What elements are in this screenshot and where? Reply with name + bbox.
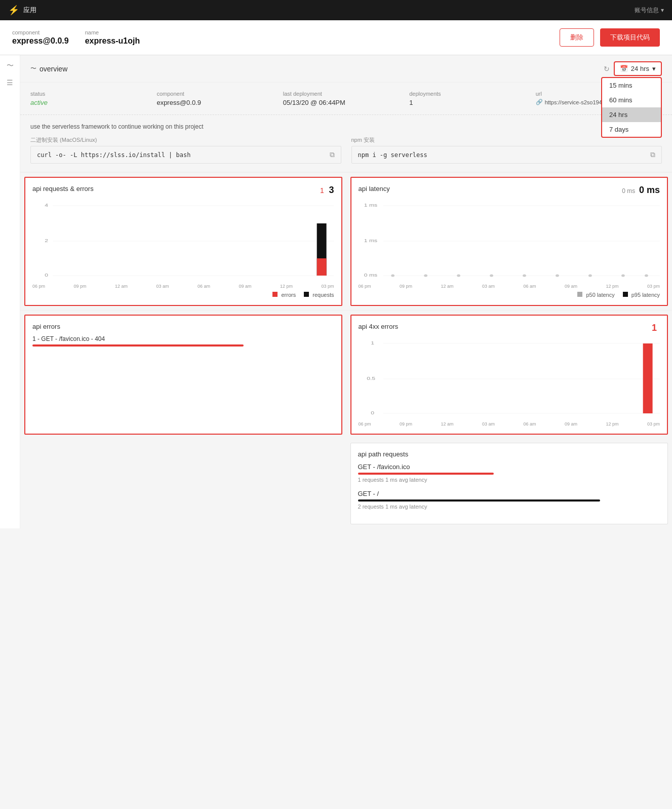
status-value: active bbox=[30, 99, 156, 106]
svg-text:1 ms: 1 ms bbox=[364, 203, 377, 208]
api-4xx-panel: api 4xx errors 1 1 0.5 0 bbox=[350, 315, 668, 435]
npm-install-cmd: npm i -g serverless ⧉ bbox=[351, 146, 662, 164]
time-dropdown-menu: 15 mins 60 mins 24 hrs 7 days bbox=[601, 77, 662, 138]
time-option-24hrs[interactable]: 24 hrs bbox=[602, 107, 661, 122]
api-latency-metric-main: 0 ms bbox=[639, 185, 660, 195]
npm-copy-icon[interactable]: ⧉ bbox=[650, 150, 655, 159]
svg-point-14 bbox=[391, 275, 394, 277]
svg-point-18 bbox=[523, 275, 526, 277]
svg-point-16 bbox=[457, 275, 460, 277]
4xx-x-label-5: 09 am bbox=[565, 421, 577, 427]
api-path-list: GET - /favicon.ico 1 requests 1 ms avg l… bbox=[358, 463, 661, 510]
lat-x-label-3: 03 am bbox=[482, 284, 495, 289]
api-requests-panel: api requests & errors 1 3 4 2 0 bbox=[24, 177, 342, 306]
deployments-label: deployments bbox=[409, 91, 535, 97]
link-icon: 🔗 bbox=[536, 99, 543, 105]
overview-pulse-icon: 〜 bbox=[30, 64, 36, 73]
last-deployment-stat: last deployment 05/13/20 @ 06:44PM bbox=[283, 91, 409, 106]
api-path-title: api path requests bbox=[358, 450, 409, 458]
path-bar-1 bbox=[358, 499, 600, 502]
account-label: 账号信息 bbox=[635, 6, 659, 15]
api-latency-metric-prefix: 0 ms bbox=[622, 187, 635, 195]
binary-install-block: 二进制安装 (MacOS/Linux) curl -o- -L https://… bbox=[30, 136, 341, 164]
topbar-right: 账号信息 ▾ bbox=[635, 6, 664, 15]
component-stat: component express@0.0.9 bbox=[156, 91, 283, 106]
x-label-3: 03 am bbox=[156, 284, 169, 289]
download-button[interactable]: 下载项目代码 bbox=[600, 28, 660, 47]
svg-text:0: 0 bbox=[371, 410, 374, 415]
name-label: name bbox=[85, 29, 140, 35]
error-item-0: 1 - GET - /favicon.ico - 404 bbox=[32, 335, 334, 346]
time-dropdown[interactable]: 📅 24 hrs ▾ bbox=[614, 61, 662, 76]
svg-point-15 bbox=[424, 275, 427, 277]
api-4xx-svg: 1 0.5 0 bbox=[359, 338, 660, 419]
binary-install-label: 二进制安装 (MacOS/Linux) bbox=[30, 136, 341, 144]
api-requests-header: api requests & errors 1 3 bbox=[32, 185, 334, 196]
svg-point-17 bbox=[490, 275, 493, 277]
bottom-left-empty bbox=[24, 443, 342, 524]
x-label-4: 06 am bbox=[197, 284, 210, 289]
api-latency-legend: p50 latency p95 latency bbox=[359, 292, 660, 298]
api-requests-metric-black: 3 bbox=[329, 185, 334, 195]
sidebar-pulse-icon[interactable]: 〜 bbox=[7, 61, 14, 70]
api-requests-legend: errors requests bbox=[32, 292, 334, 298]
x-label-2: 12 am bbox=[115, 284, 128, 289]
requests-legend: requests bbox=[304, 292, 334, 298]
api-4xx-metric: 1 bbox=[652, 323, 657, 333]
time-option-7days[interactable]: 7 days bbox=[602, 122, 661, 137]
x-label-0: 06 pm bbox=[32, 284, 45, 289]
header-info: component express@0.0.9 name express-u1o… bbox=[12, 29, 140, 46]
4xx-x-label-2: 12 am bbox=[441, 421, 453, 427]
svg-text:2: 2 bbox=[45, 238, 48, 243]
4xx-x-label-0: 06 pm bbox=[359, 421, 371, 427]
name-field: name express-u1ojh bbox=[85, 29, 140, 46]
delete-button[interactable]: 删除 bbox=[560, 28, 594, 47]
4xx-x-label-4: 06 am bbox=[523, 421, 536, 427]
lat-x-label-1: 09 pm bbox=[400, 284, 412, 289]
api-latency-x-labels: 06 pm 09 pm 12 am 03 am 06 am 09 am 12 p… bbox=[359, 284, 660, 289]
api-path-requests-panel: api path requests GET - /favicon.ico 1 r… bbox=[350, 443, 668, 524]
api-requests-svg: 4 2 0 bbox=[32, 201, 334, 282]
framework-section: use the serverless framework to continue… bbox=[20, 115, 672, 172]
refresh-icon[interactable]: ↻ bbox=[604, 65, 610, 73]
main-content: 〜 overview ↻ 📅 24 hrs ▾ 15 mins 60 mins … bbox=[20, 55, 672, 528]
deployments-value: 1 bbox=[409, 99, 535, 106]
path-meta-0: 1 requests 1 ms avg latency bbox=[358, 477, 661, 483]
overview-title-text: overview bbox=[39, 65, 67, 73]
errors-legend: errors bbox=[272, 292, 296, 298]
lat-x-label-4: 06 am bbox=[523, 284, 536, 289]
svg-text:1 ms: 1 ms bbox=[364, 238, 377, 243]
p50-legend: p50 latency bbox=[577, 292, 614, 298]
api-errors-list: 1 - GET - /favicon.ico - 404 bbox=[32, 335, 334, 346]
p95-legend-label: p95 latency bbox=[631, 292, 660, 298]
binary-install-cmd: curl -o- -L https://slss.io/install | ba… bbox=[30, 146, 341, 164]
api-requests-chart-area: 4 2 0 bbox=[32, 201, 334, 282]
binary-copy-icon[interactable]: ⧉ bbox=[330, 150, 335, 159]
path-name-1: GET - / bbox=[358, 490, 661, 497]
deployments-stat: deployments 1 bbox=[409, 91, 535, 106]
main-layout: 〜 ☰ 〜 overview ↻ 📅 24 hrs ▾ 15 mins 60 m… bbox=[0, 55, 672, 528]
svg-text:4: 4 bbox=[45, 203, 48, 208]
api-errors-title: api errors bbox=[32, 323, 60, 330]
p50-legend-label: p50 latency bbox=[586, 292, 614, 298]
last-deployment-value: 05/13/20 @ 06:44PM bbox=[283, 99, 409, 106]
url-text: https://service-s2so194... bbox=[545, 99, 607, 105]
lat-x-label-2: 12 am bbox=[441, 284, 453, 289]
api-latency-panel: api latency 0 ms 0 ms 1 ms 1 ms 0 ms bbox=[350, 177, 668, 306]
sidebar-menu-icon[interactable]: ☰ bbox=[7, 79, 13, 87]
npm-install-block: npm 安装 npm i -g serverless ⧉ bbox=[351, 136, 662, 164]
x-label-7: 03 pm bbox=[321, 284, 334, 289]
time-option-15mins[interactable]: 15 mins bbox=[602, 78, 661, 93]
path-meta-1: 2 requests 1 ms avg latency bbox=[358, 504, 661, 510]
path-name-0: GET - /favicon.ico bbox=[358, 463, 661, 471]
binary-cmd-text: curl -o- -L https://slss.io/install | ba… bbox=[37, 151, 190, 159]
npm-cmd-text: npm i -g serverless bbox=[358, 151, 427, 159]
errors-legend-label: errors bbox=[282, 292, 296, 298]
api-4xx-header: api 4xx errors 1 bbox=[359, 323, 660, 333]
name-value: express-u1ojh bbox=[85, 36, 140, 45]
x-label-6: 12 pm bbox=[280, 284, 293, 289]
page-header: component express@0.0.9 name express-u1o… bbox=[0, 20, 672, 55]
component-field: component express@0.0.9 bbox=[12, 29, 69, 46]
svg-text:0: 0 bbox=[45, 273, 48, 278]
time-option-60mins[interactable]: 60 mins bbox=[602, 93, 661, 107]
